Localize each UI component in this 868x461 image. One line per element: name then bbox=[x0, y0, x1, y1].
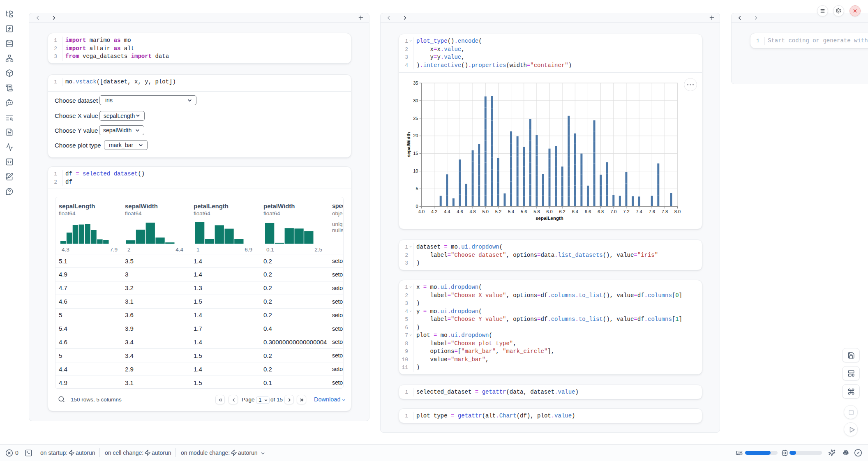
svg-text:4.8: 4.8 bbox=[469, 209, 476, 214]
svg-text:8.0: 8.0 bbox=[674, 209, 681, 214]
svg-text:30: 30 bbox=[413, 98, 418, 103]
svg-text:10: 10 bbox=[413, 168, 418, 173]
svg-text:7.2: 7.2 bbox=[623, 209, 629, 214]
svg-text:sepalWidth: sepalWidth bbox=[406, 132, 411, 157]
svg-text:25: 25 bbox=[413, 116, 418, 121]
svg-text:7.8: 7.8 bbox=[662, 209, 668, 214]
svg-text:15: 15 bbox=[413, 151, 418, 156]
svg-text:4.2: 4.2 bbox=[431, 209, 437, 214]
svg-text:5.4: 5.4 bbox=[508, 209, 514, 214]
svg-text:4.0: 4.0 bbox=[418, 209, 425, 214]
svg-text:4.4: 4.4 bbox=[444, 209, 450, 214]
svg-text:7.4: 7.4 bbox=[636, 209, 642, 214]
svg-text:6.6: 6.6 bbox=[585, 209, 591, 214]
svg-text:4.6: 4.6 bbox=[457, 209, 463, 214]
svg-text:6.2: 6.2 bbox=[559, 209, 565, 214]
svg-text:5.6: 5.6 bbox=[521, 209, 527, 214]
svg-text:5.0: 5.0 bbox=[482, 209, 489, 214]
svg-text:7.6: 7.6 bbox=[649, 209, 655, 214]
svg-text:6.0: 6.0 bbox=[546, 209, 552, 214]
svg-text:6.4: 6.4 bbox=[572, 209, 578, 214]
svg-text:5.8: 5.8 bbox=[533, 209, 540, 214]
svg-text:5: 5 bbox=[416, 186, 418, 191]
svg-text:20: 20 bbox=[413, 133, 418, 138]
svg-text:sepalLength: sepalLength bbox=[536, 216, 563, 221]
svg-text:0: 0 bbox=[416, 204, 418, 209]
svg-text:6.8: 6.8 bbox=[598, 209, 604, 214]
svg-text:5.2: 5.2 bbox=[495, 209, 501, 214]
svg-text:35: 35 bbox=[413, 81, 418, 85]
svg-text:7.0: 7.0 bbox=[610, 209, 616, 214]
